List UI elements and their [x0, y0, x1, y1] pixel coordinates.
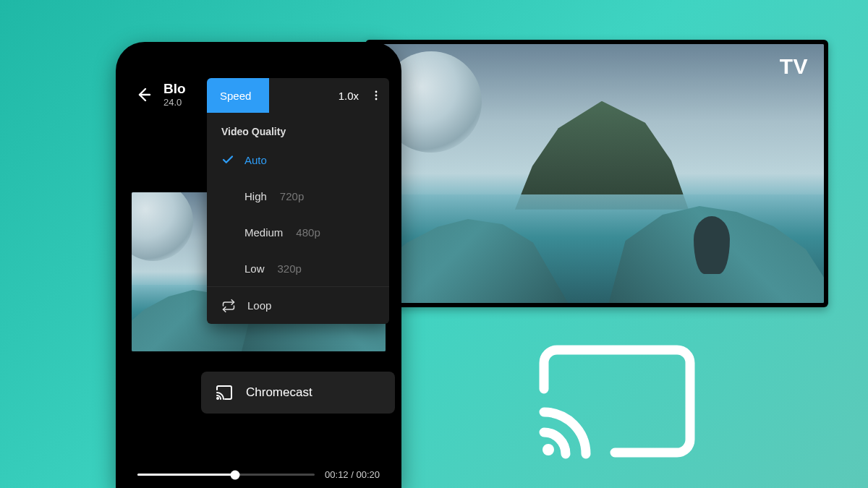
quality-option-medium[interactable]: Medium 480p	[207, 214, 389, 250]
video-quality-label: Video Quality	[207, 113, 389, 142]
chromecast-row[interactable]: Chromecast	[201, 372, 395, 414]
back-icon[interactable]	[135, 86, 152, 103]
cast-promo-icon	[534, 340, 700, 463]
svg-point-3	[375, 98, 378, 100]
tv-label: TV	[780, 54, 808, 79]
loop-label: Loop	[247, 299, 271, 312]
speed-value: 1.0x	[269, 90, 363, 102]
loop-row[interactable]: Loop	[207, 286, 389, 324]
tv-frame: TV	[365, 40, 828, 307]
seek-fill	[137, 474, 235, 476]
svg-point-1	[375, 91, 378, 93]
cast-icon	[216, 384, 233, 401]
phone-screen: Blo 24.0 Speed 1.0x	[122, 48, 396, 488]
svg-point-2	[375, 95, 378, 97]
speed-tab[interactable]: Speed	[207, 78, 269, 113]
quality-option-label: Auto	[244, 154, 267, 166]
header-text: Blo 24.0	[163, 81, 186, 108]
speed-row[interactable]: Speed 1.0x	[207, 78, 389, 113]
quality-option-label: Low	[244, 262, 265, 275]
quality-option-auto[interactable]: Auto	[207, 142, 389, 178]
scene-figure	[694, 216, 730, 274]
check-icon	[221, 153, 234, 166]
quality-option-sub: 720p	[280, 190, 304, 202]
quality-option-high[interactable]: High 720p	[207, 178, 389, 214]
loop-icon	[221, 299, 236, 313]
more-icon[interactable]	[363, 90, 389, 101]
svg-point-4	[217, 398, 218, 399]
svg-point-5	[542, 444, 554, 455]
time-readout: 00:12 / 00:20	[325, 469, 380, 480]
promo-canvas: TV Blo 24.0	[0, 0, 868, 488]
seek-bar[interactable]	[137, 474, 315, 476]
chromecast-label: Chromecast	[246, 385, 312, 400]
video-title: Blo	[163, 81, 186, 97]
video-subtitle: 24.0	[163, 97, 186, 108]
settings-menu[interactable]: Speed 1.0x Video Quality Auto High	[207, 78, 389, 324]
quality-option-sub: 480p	[296, 226, 320, 239]
seek-thumb[interactable]	[230, 470, 239, 479]
phone-frame: Blo 24.0 Speed 1.0x	[116, 42, 401, 488]
progress-bar[interactable]: 00:12 / 00:20	[137, 469, 380, 480]
quality-option-label: High	[244, 190, 267, 202]
quality-option-low[interactable]: Low 320p	[207, 250, 389, 286]
quality-option-sub: 320p	[278, 262, 302, 275]
tv-screen: TV	[370, 44, 824, 303]
quality-option-label: Medium	[244, 226, 283, 239]
